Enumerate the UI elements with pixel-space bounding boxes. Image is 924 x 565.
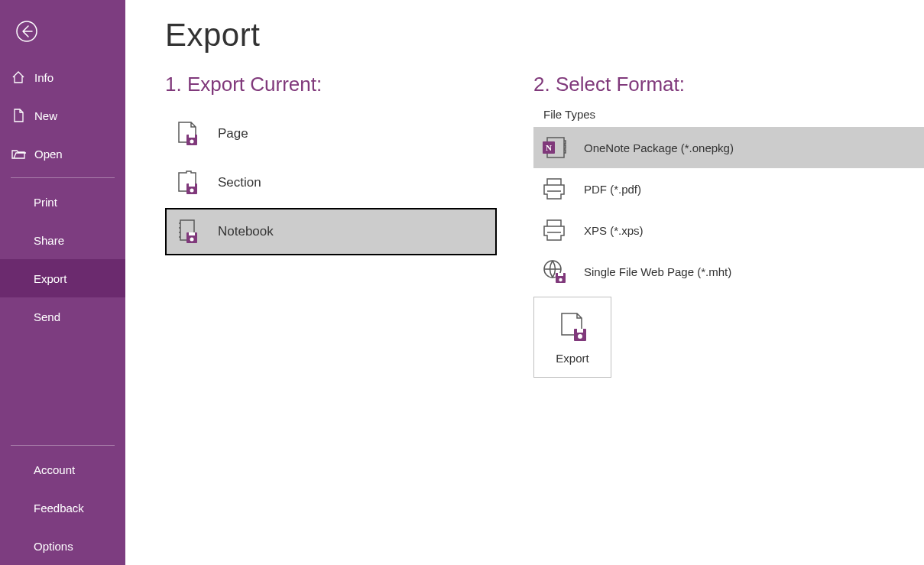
nav-feedback[interactable]: Feedback: [0, 489, 125, 527]
printer-icon: [541, 176, 567, 202]
scope-label: Section: [218, 175, 261, 190]
step2-heading: 2. Select Format:: [533, 73, 924, 96]
nav-account[interactable]: Account: [0, 450, 125, 489]
nav-label: Info: [34, 71, 53, 84]
nav-label: Print: [34, 196, 57, 209]
notebook-save-icon: [175, 219, 199, 244]
scope-section[interactable]: Section: [165, 159, 497, 206]
nav-info[interactable]: Info: [0, 58, 125, 96]
export-button[interactable]: Export: [533, 297, 611, 378]
svg-point-19: [578, 334, 582, 339]
format-label: XPS (*.xps): [584, 224, 644, 237]
nav-label: Share: [34, 234, 64, 247]
scope-notebook[interactable]: Notebook: [165, 208, 497, 255]
nav-label: Export: [34, 272, 66, 285]
step1-heading: 1. Export Current:: [165, 73, 533, 96]
nav-print[interactable]: Print: [0, 183, 125, 221]
format-xps[interactable]: XPS (*.xps): [533, 209, 924, 251]
format-mht[interactable]: Single File Web Page (*.mht): [533, 251, 924, 292]
nav-label: New: [34, 109, 57, 122]
scope-label: Notebook: [218, 224, 274, 239]
page-title: Export: [165, 17, 924, 54]
backstage-sidebar: Info New Open Print Share Export Send Ac…: [0, 0, 125, 565]
section-save-icon: [175, 170, 199, 195]
svg-point-6: [190, 189, 194, 193]
onenote-package-icon: N: [541, 135, 567, 161]
back-button[interactable]: [8, 12, 46, 50]
svg-rect-5: [189, 183, 195, 187]
svg-text:N: N: [546, 143, 552, 152]
file-types-header: File Types: [533, 101, 924, 127]
svg-rect-8: [189, 232, 195, 235]
export-current-column: 1. Export Current: Page: [125, 73, 533, 565]
nav-export[interactable]: Export: [0, 259, 125, 297]
format-label: OneNote Package (*.onepkg): [584, 141, 734, 154]
nav-options[interactable]: Options: [0, 527, 125, 565]
back-arrow-icon: [15, 20, 38, 43]
nav-label: Open: [34, 148, 63, 161]
export-save-icon: [557, 310, 588, 341]
nav-label: Feedback: [34, 502, 84, 515]
nav-label: Options: [34, 540, 73, 553]
export-button-label: Export: [556, 352, 588, 365]
nav-label: Account: [34, 463, 75, 476]
svg-point-16: [559, 278, 562, 281]
svg-point-9: [190, 238, 194, 242]
svg-point-3: [190, 140, 194, 144]
svg-rect-15: [558, 273, 563, 276]
page-save-icon: [175, 122, 199, 146]
folder-open-icon: [10, 145, 27, 162]
nav-share[interactable]: Share: [0, 221, 125, 259]
main-content: Export 1. Export Current: Page: [125, 0, 924, 565]
nav-send[interactable]: Send: [0, 297, 125, 336]
select-format-column: 2. Select Format: File Types N OneNote P…: [533, 73, 924, 565]
format-label: Single File Web Page (*.mht): [584, 265, 731, 278]
nav-divider: [11, 445, 115, 446]
nav-divider: [11, 177, 115, 178]
svg-rect-2: [189, 135, 195, 138]
scope-label: Page: [218, 126, 248, 141]
scope-page[interactable]: Page: [165, 110, 497, 157]
file-types-list: N OneNote Package (*.onepkg) PDF (*.pdf): [533, 127, 924, 292]
home-icon: [10, 69, 27, 86]
format-pdf[interactable]: PDF (*.pdf): [533, 168, 924, 209]
printer-icon: [541, 217, 567, 243]
nav-new[interactable]: New: [0, 96, 125, 135]
document-icon: [10, 107, 27, 124]
format-onenote-package[interactable]: N OneNote Package (*.onepkg): [533, 127, 924, 168]
svg-rect-18: [577, 329, 583, 333]
nav-open[interactable]: Open: [0, 135, 125, 173]
format-label: PDF (*.pdf): [584, 183, 641, 196]
nav-label: Send: [34, 310, 60, 323]
webpage-save-icon: [541, 258, 567, 284]
